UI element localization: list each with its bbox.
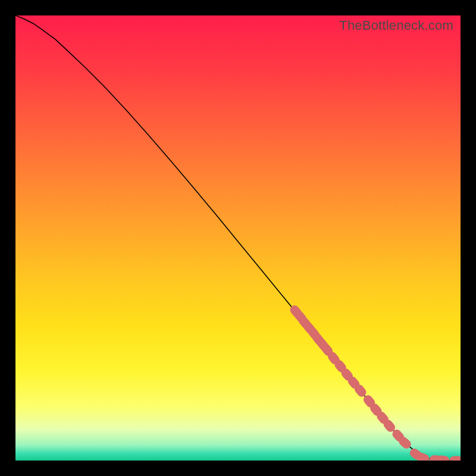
chart-svg (15, 15, 461, 461)
watermark-text: TheBottleneck.com (339, 18, 453, 33)
gradient-background (15, 15, 461, 461)
chart-frame: { "watermark": "TheBottleneck.com", "col… (0, 0, 476, 476)
plot-area: TheBottleneck.com (15, 15, 461, 461)
